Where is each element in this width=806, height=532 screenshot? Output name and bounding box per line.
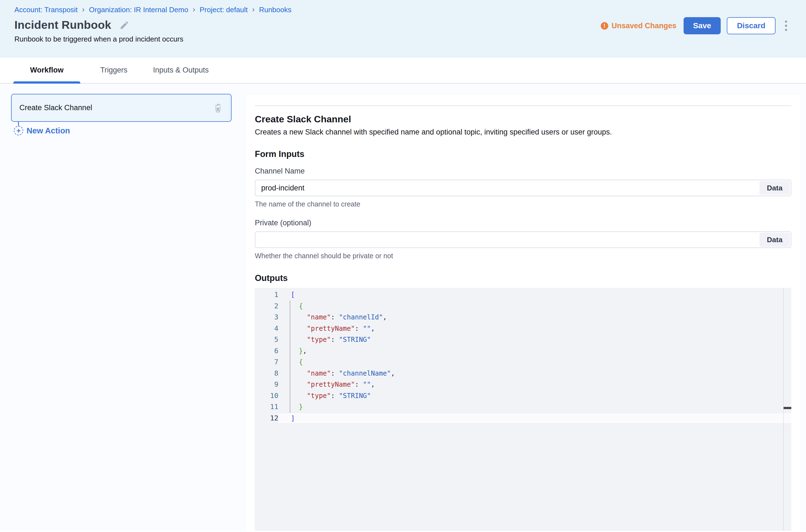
code-line[interactable]: 2 { — [255, 301, 791, 312]
code-line-content[interactable]: "prettyName": "", — [278, 379, 791, 390]
code-line[interactable]: 11 } — [255, 401, 791, 413]
channel-name-field: Data — [255, 179, 791, 196]
tab-inputs-outputs-label: Inputs & Outputs — [153, 66, 208, 74]
code-line-content[interactable]: { — [278, 301, 791, 312]
action-detail-panel: Create Slack Channel Creates a new Slack… — [245, 94, 801, 531]
discard-button[interactable]: Discard — [727, 17, 775, 34]
trash-icon[interactable] — [213, 103, 223, 113]
line-number: 9 — [255, 379, 278, 390]
edit-title-pencil-icon[interactable] — [120, 20, 129, 30]
breadcrumb-link-runbooks[interactable]: Runbooks — [259, 5, 291, 14]
tab-triggers-label: Triggers — [100, 66, 127, 74]
editor-scrollbar-track — [783, 288, 784, 531]
save-button[interactable]: Save — [683, 17, 721, 34]
breadcrumb-separator-icon: › — [82, 5, 85, 14]
line-number: 11 — [255, 401, 278, 413]
private-input[interactable] — [255, 231, 791, 248]
private-help: Whether the channel should be private or… — [255, 252, 791, 260]
tab-inputs-outputs[interactable]: Inputs & Outputs — [147, 57, 214, 83]
action-card-label: Create Slack Channel — [19, 103, 213, 112]
step-connector-line — [18, 122, 19, 126]
channel-name-help: The name of the channel to create — [255, 200, 791, 208]
code-line-content[interactable]: "type": "STRING" — [278, 334, 791, 345]
breadcrumb-link-project[interactable]: Project: default — [200, 5, 248, 14]
active-tab-underline — [13, 81, 80, 83]
tab-workflow[interactable]: Workflow — [13, 57, 80, 83]
code-line-content[interactable]: ] — [278, 413, 791, 424]
code-line[interactable]: 3 "name": "channelId", — [255, 312, 791, 323]
code-line-content[interactable]: } — [278, 401, 791, 413]
outputs-heading: Outputs — [255, 273, 791, 283]
plus-circle-icon: + — [14, 126, 23, 135]
breadcrumb: Account: Transposit › Organization: IR I… — [14, 5, 792, 14]
action-detail-description: Creates a new Slack channel with specifi… — [255, 128, 791, 136]
new-action-button[interactable]: + New Action — [14, 126, 245, 135]
private-label: Private (optional) — [255, 218, 791, 227]
page-subtitle: Runbook to be triggered when a prod inci… — [14, 35, 792, 43]
channel-name-input[interactable] — [255, 179, 791, 196]
breadcrumb-separator-icon: › — [193, 5, 195, 14]
breadcrumb-separator-icon: › — [252, 5, 255, 14]
code-line-content[interactable]: { — [278, 357, 791, 368]
indent-guide — [290, 301, 290, 413]
line-number: 6 — [255, 345, 278, 357]
outputs-code-editor[interactable]: 1[2 {3 "name": "channelId",4 "prettyName… — [255, 288, 791, 531]
line-number: 7 — [255, 357, 278, 368]
code-line[interactable]: 7 { — [255, 357, 791, 368]
code-line[interactable]: 4 "prettyName": "", — [255, 323, 791, 335]
exclamation-circle-icon: ! — [601, 22, 608, 30]
detail-divider — [255, 106, 791, 106]
code-line-content[interactable]: "name": "channelId", — [278, 312, 791, 323]
editor-scrollbar-thumb[interactable] — [784, 407, 791, 409]
code-line-content[interactable]: [ — [278, 289, 791, 301]
code-line[interactable]: 10 "type": "STRING" — [255, 390, 791, 402]
code-line[interactable]: 12] — [255, 413, 791, 424]
content-area: Create Slack Channel + New Action Create… — [0, 83, 806, 531]
code-line-content[interactable]: "name": "channelName", — [278, 368, 791, 379]
code-line-content[interactable]: }, — [278, 345, 791, 357]
line-number: 2 — [255, 301, 278, 312]
outputs-editor-lines: 1[2 {3 "name": "channelId",4 "prettyName… — [255, 289, 791, 424]
line-number: 5 — [255, 334, 278, 345]
line-number: 3 — [255, 312, 278, 323]
form-inputs-heading: Form Inputs — [255, 149, 791, 159]
code-line[interactable]: 8 "name": "channelName", — [255, 368, 791, 379]
breadcrumb-link-account[interactable]: Account: Transposit — [14, 5, 77, 14]
page-title: Incident Runbook — [14, 19, 111, 32]
code-line[interactable]: 1[ — [255, 289, 791, 301]
tab-triggers[interactable]: Triggers — [80, 57, 147, 83]
code-line-content[interactable]: "type": "STRING" — [278, 390, 791, 402]
tab-workflow-label: Workflow — [30, 66, 64, 74]
action-card-create-slack-channel[interactable]: Create Slack Channel — [11, 94, 232, 122]
tab-bar: Workflow Triggers Inputs & Outputs — [0, 57, 806, 83]
private-field: Data — [255, 231, 791, 248]
private-data-button[interactable]: Data — [759, 233, 790, 247]
code-line[interactable]: 9 "prettyName": "", — [255, 379, 791, 390]
unsaved-changes-label: Unsaved Changes — [611, 22, 676, 30]
line-number: 1 — [255, 289, 278, 301]
line-number: 12 — [255, 413, 278, 424]
action-detail-title: Create Slack Channel — [255, 114, 791, 125]
kebab-menu-icon[interactable] — [780, 17, 792, 34]
line-number: 8 — [255, 368, 278, 379]
code-line[interactable]: 5 "type": "STRING" — [255, 334, 791, 345]
code-line[interactable]: 6 }, — [255, 345, 791, 357]
channel-name-data-button[interactable]: Data — [759, 181, 790, 195]
channel-name-label: Channel Name — [255, 167, 791, 175]
line-number: 4 — [255, 323, 278, 335]
workflow-steps-panel: Create Slack Channel + New Action — [0, 83, 245, 531]
new-action-label: New Action — [26, 126, 70, 135]
line-number: 10 — [255, 390, 278, 402]
page-header: Account: Transposit › Organization: IR I… — [0, 0, 806, 57]
unsaved-changes-status: ! Unsaved Changes — [601, 22, 676, 30]
breadcrumb-link-organization[interactable]: Organization: IR Internal Demo — [89, 5, 188, 14]
code-line-content[interactable]: "prettyName": "", — [278, 323, 791, 335]
